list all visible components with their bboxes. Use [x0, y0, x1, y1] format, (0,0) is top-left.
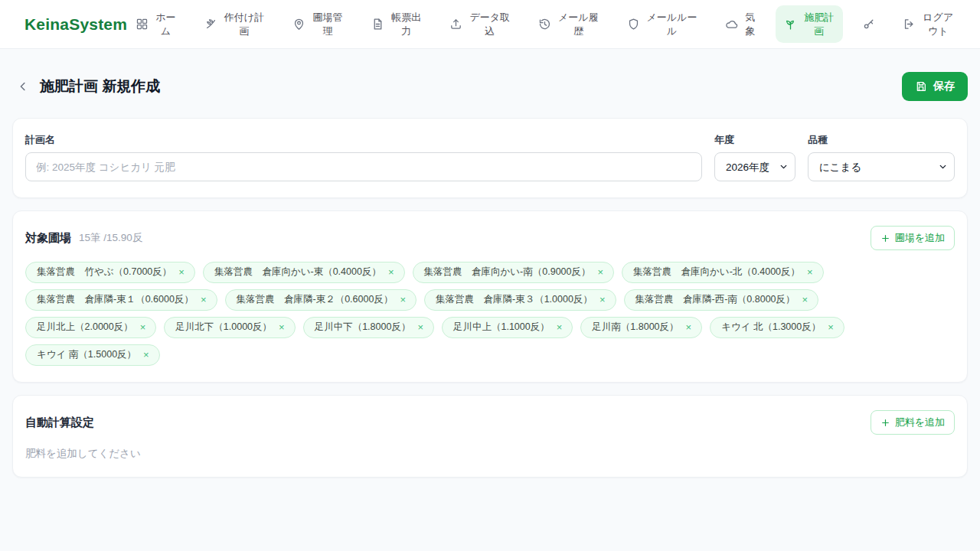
field-tags-list: 集落営農 竹やぶ（0.7000反） × 集落営農 倉庫向かい-東（0.4000反… — [25, 262, 955, 366]
variety-label: 品種 — [808, 133, 955, 147]
nav-item-report-output[interactable]: 帳票出力 — [363, 5, 431, 43]
field-tag: 足川北下（1.0000反） × — [164, 317, 295, 338]
remove-field-tag-button[interactable]: × — [279, 322, 285, 332]
page-header: 施肥計画 新規作成 保存 — [12, 72, 968, 101]
year-select[interactable]: 2026年度 — [714, 152, 795, 181]
field-tag: キウイ 南（1.5000反） × — [25, 344, 160, 366]
add-fertilizer-button-label: 肥料を追加 — [895, 416, 945, 429]
field-tag-label: 足川北上（2.0000反） — [37, 321, 133, 334]
plus-icon — [880, 233, 890, 243]
remove-field-tag-button[interactable]: × — [802, 295, 808, 305]
nav-item-mail-history[interactable]: メール履歴 — [530, 5, 608, 43]
map-pin-icon — [292, 18, 305, 31]
remove-field-tag-button[interactable]: × — [417, 322, 423, 332]
year-field-group: 年度 2026年度 — [714, 133, 795, 181]
auto-calc-title: 自動計算設定 — [25, 416, 94, 430]
field-tag-label: キウイ 南（1.5000反） — [37, 348, 136, 361]
nav-menu: ホーム 作付け計画 圃場管理 帳票出力 データ取込 — [127, 5, 962, 43]
nav-item-label: 圃場管理 — [312, 11, 344, 37]
variety-field-group: 品種 にこまる — [808, 133, 955, 181]
field-tag-label: 集落営農 倉庫向かい-南（0.9000反） — [424, 266, 591, 279]
wheat-icon — [204, 18, 217, 31]
save-button-label: 保存 — [933, 80, 955, 93]
field-tag-label: 集落営農 倉庫隣-東２（0.6000反） — [237, 293, 394, 306]
remove-field-tag-button[interactable]: × — [178, 267, 185, 277]
remove-field-tag-button[interactable]: × — [807, 267, 813, 277]
plan-basic-info-card: 計画名 年度 2026年度 品種 にこまる — [12, 118, 968, 198]
nav-item-planting-plan[interactable]: 作付け計画 — [196, 5, 274, 43]
nav-item-label: ホーム — [155, 11, 177, 37]
sprout-icon — [784, 18, 797, 31]
plan-name-field-group: 計画名 — [25, 133, 702, 181]
add-field-button-label: 圃場を追加 — [895, 231, 945, 245]
field-tag-label: 集落営農 倉庫隣-西-南（0.8000反） — [635, 293, 795, 306]
remove-field-tag-button[interactable]: × — [140, 322, 146, 332]
variety-select[interactable]: にこまる — [808, 152, 955, 181]
plan-name-label: 計画名 — [25, 133, 702, 147]
field-tag-label: 足川北下（1.0000反） — [175, 321, 272, 334]
add-field-button[interactable]: 圃場を追加 — [871, 226, 955, 250]
nav-item-label: ログアウト — [922, 11, 954, 37]
key-icon — [862, 18, 875, 31]
remove-field-tag-button[interactable]: × — [388, 267, 394, 277]
field-tag: 集落営農 倉庫向かい-東（0.4000反） × — [203, 262, 405, 283]
field-tag-label: 足川中上（1.1000反） — [453, 321, 550, 334]
save-button[interactable]: 保存 — [902, 72, 968, 101]
field-tag: 集落営農 倉庫向かい-北（0.4000反） × — [622, 262, 824, 283]
remove-field-tag-button[interactable]: × — [597, 267, 603, 277]
grid-icon — [136, 18, 149, 31]
field-tag-label: 集落営農 倉庫隣-東３（1.0000反） — [436, 293, 593, 306]
upload-icon — [449, 18, 462, 31]
field-tag: 足川中上（1.1000反） × — [442, 317, 573, 338]
target-fields-summary: 15筆 /15.90反 — [79, 231, 142, 245]
field-tag: キウイ 北（1.3000反） × — [710, 317, 844, 338]
top-navigation: KeinaSystem ホーム 作付け計画 圃場管理 帳票出力 — [0, 0, 980, 49]
field-tag-label: 集落営農 竹やぶ（0.7000反） — [37, 266, 172, 279]
year-label: 年度 — [714, 133, 795, 147]
field-tag: 集落営農 竹やぶ（0.7000反） × — [25, 262, 195, 283]
nav-item-label: メール履歴 — [557, 11, 599, 37]
field-tag-label: キウイ 北（1.3000反） — [721, 321, 821, 334]
remove-field-tag-button[interactable]: × — [686, 322, 692, 332]
field-tag-label: 集落営農 倉庫向かい-東（0.4000反） — [214, 266, 381, 279]
remove-field-tag-button[interactable]: × — [599, 295, 606, 305]
field-tag: 足川中下（1.8000反） × — [303, 317, 434, 338]
page-title: 施肥計画 新規作成 — [40, 77, 160, 96]
remove-field-tag-button[interactable]: × — [828, 322, 834, 332]
nav-item-data-import[interactable]: データ取込 — [441, 5, 519, 43]
remove-field-tag-button[interactable]: × — [143, 350, 149, 360]
remove-field-tag-button[interactable]: × — [201, 295, 207, 305]
auto-calc-empty-text: 肥料を追加してください — [25, 447, 955, 461]
chevron-left-icon — [16, 80, 30, 93]
auto-calc-card: 自動計算設定 肥料を追加 肥料を追加してください — [12, 395, 968, 478]
remove-field-tag-button[interactable]: × — [557, 322, 563, 332]
remove-field-tag-button[interactable]: × — [400, 295, 406, 305]
field-tag-label: 集落営農 倉庫隣-東１（0.6000反） — [37, 293, 194, 306]
nav-item-mail-rules[interactable]: メールルール — [619, 5, 707, 43]
nav-item-weather[interactable]: 気象 — [717, 5, 765, 43]
cloud-icon — [725, 18, 738, 31]
nav-item-label: 作付け計画 — [224, 11, 266, 37]
save-icon — [915, 80, 927, 93]
nav-item-logout[interactable]: ログアウト — [894, 5, 962, 43]
plus-icon — [880, 418, 890, 428]
field-tag-label: 集落営農 倉庫向かい-北（0.4000反） — [633, 266, 800, 279]
nav-item-fertilization-plan[interactable]: 施肥計画 — [776, 5, 844, 43]
nav-item-key[interactable] — [854, 12, 884, 36]
nav-item-field-management[interactable]: 圃場管理 — [284, 5, 352, 43]
back-button[interactable] — [12, 76, 34, 97]
nav-item-label: メールルール — [646, 11, 698, 37]
field-tag: 集落営農 倉庫隣-西-南（0.8000反） × — [624, 289, 819, 311]
field-tag: 集落営農 倉庫隣-東３（1.0000反） × — [424, 289, 616, 311]
nav-item-label: 気象 — [744, 11, 756, 37]
nav-item-label: 施肥計画 — [803, 11, 835, 37]
field-tag: 集落営農 倉庫隣-東１（0.6000反） × — [25, 289, 217, 311]
shield-icon — [627, 18, 640, 31]
brand-logo: KeinaSystem — [24, 15, 127, 34]
history-icon — [538, 18, 551, 31]
add-fertilizer-button[interactable]: 肥料を追加 — [871, 410, 955, 435]
field-tag-label: 足川中下（1.8000反） — [315, 321, 411, 334]
plan-name-input[interactable] — [25, 152, 702, 181]
nav-item-label: 帳票出力 — [390, 11, 423, 37]
nav-item-home[interactable]: ホーム — [127, 5, 185, 43]
